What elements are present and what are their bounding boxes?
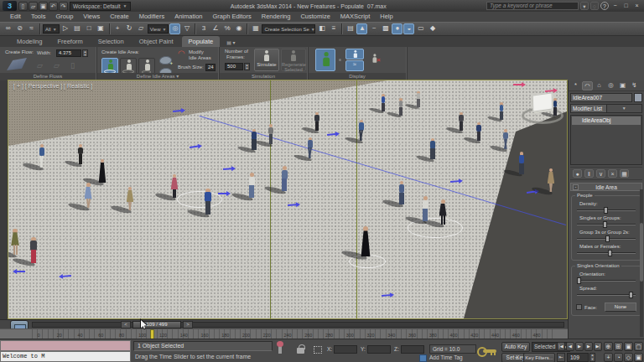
object-color-swatch[interactable]	[634, 93, 642, 102]
add-idle-region-icon[interactable]: +	[159, 56, 172, 65]
fov-icon[interactable]: ◇	[624, 353, 633, 362]
help-icon[interactable]: ?	[600, 2, 609, 10]
auto-key-button[interactable]: Auto Key	[501, 342, 530, 352]
menu-item-graph-editors[interactable]: Graph Editors	[208, 12, 257, 22]
ramp-flow-icon[interactable]: ▯	[70, 61, 75, 70]
time-slider-prev-button[interactable]: <	[121, 321, 131, 328]
viewport[interactable]: [ + ] [ Perspective ] [ Realistic ]	[8, 80, 568, 319]
tab-selection[interactable]: Selection	[91, 36, 131, 47]
window-crossing-icon[interactable]: ▣	[96, 23, 106, 34]
frames-spinner[interactable]: ▲▼	[244, 63, 250, 70]
slider-malesorfemales[interactable]	[576, 250, 636, 256]
rendered-frame-icon[interactable]: ▭	[415, 23, 426, 34]
key-filters-button[interactable]: Key Filters...	[523, 353, 555, 362]
scrollbar-thumb[interactable]	[640, 223, 643, 282]
menu-item-edit[interactable]: Edit	[5, 12, 26, 22]
go-to-end-button[interactable]: ▶|	[594, 342, 602, 351]
ribbon-toggle-icon[interactable]: ▲	[356, 23, 367, 34]
communication-center-icon[interactable]: ◌	[590, 2, 599, 10]
menu-item-maxscript[interactable]: MAXScript	[335, 12, 375, 22]
macro-recorder-field[interactable]	[0, 340, 131, 351]
slider-density[interactable]	[576, 207, 636, 214]
redo-icon[interactable]: ↷	[59, 2, 68, 11]
viewport-label[interactable]: [ + ] [ Perspective ] [ Realistic ]	[13, 83, 92, 89]
delete-people-button[interactable]: ×	[371, 52, 378, 67]
slider-thumb[interactable]	[629, 292, 633, 298]
next-frame-button[interactable]: ▶	[584, 342, 593, 351]
menu-item-customize[interactable]: Customize	[295, 12, 335, 22]
spinner-snap-icon[interactable]: ◉	[233, 23, 244, 34]
material-editor-icon[interactable]: ●	[392, 23, 402, 34]
slider-thumb[interactable]	[608, 250, 612, 256]
undo-icon[interactable]: ↶	[49, 2, 58, 11]
viewcube-cube[interactable]	[532, 92, 553, 111]
current-frame-field[interactable]: 109	[567, 353, 589, 362]
maxscript-mini-listener[interactable]: Welcome to M	[0, 351, 131, 362]
y-coordinate-field[interactable]	[367, 345, 391, 354]
schematic-view-icon[interactable]: ▩	[380, 23, 391, 34]
edit-flow-icon[interactable]: ▱	[37, 61, 43, 70]
zoom-icon[interactable]: ⊕	[604, 342, 613, 351]
slider-orientation[interactable]	[576, 277, 636, 284]
minimize-button[interactable]: −	[610, 2, 620, 10]
z-coordinate-field[interactable]	[401, 345, 424, 354]
maximize-viewport-icon[interactable]: ▣	[634, 353, 643, 362]
slider-track[interactable]	[577, 252, 636, 254]
show-idle-areas-button[interactable]	[345, 49, 364, 59]
slider-thumb[interactable]	[604, 207, 608, 214]
bind-to-space-warp-icon[interactable]: ≈	[26, 23, 37, 34]
application-menu-button[interactable]: 3	[3, 1, 17, 11]
hierarchy-tab[interactable]: ⌂	[594, 81, 605, 90]
mirror-icon[interactable]: ◧	[316, 23, 327, 34]
time-slider-next-button[interactable]: >	[183, 321, 193, 328]
create-tab[interactable]: *	[570, 81, 581, 90]
angle-snap-icon[interactable]: ∠	[210, 23, 221, 34]
display-tab[interactable]: ▣	[617, 81, 628, 90]
new-scene-icon[interactable]: ▯	[18, 2, 28, 11]
modify-tab[interactable]: ◠	[582, 81, 593, 90]
pan-view-icon[interactable]: +	[604, 353, 613, 362]
frames-field[interactable]: 500	[225, 63, 243, 70]
tab-freeform[interactable]: Freeform	[50, 36, 89, 47]
viewport-scene[interactable]: [ + ] [ Perspective ] [ Realistic ]	[8, 80, 567, 318]
close-button[interactable]: ×	[632, 2, 641, 10]
zoom-extents-icon[interactable]: ▣	[624, 342, 633, 351]
orbit-icon[interactable]: ◔	[614, 353, 623, 362]
isolate-selection-icon[interactable]	[278, 345, 282, 354]
width-field[interactable]: 4.375	[56, 49, 81, 57]
menu-item-help[interactable]: Help	[375, 12, 397, 22]
width-spinner[interactable]: ▲▼	[82, 49, 88, 57]
selection-lock-icon[interactable]	[297, 348, 304, 354]
zoom-region-icon[interactable]: ▢	[634, 342, 643, 351]
collapse-icon[interactable]: -	[573, 184, 579, 190]
select-by-name-icon[interactable]: ▤	[72, 23, 83, 34]
add-time-tag[interactable]: Add Time Tag	[429, 354, 463, 360]
modifier-stack[interactable]: IdleAreaObj	[570, 115, 642, 165]
show-flows-button[interactable]: ≈	[345, 60, 364, 71]
time-slider-track[interactable]	[32, 322, 564, 328]
ribbon-options-icon[interactable]: ▤ ▾	[221, 38, 240, 47]
face-checkbox[interactable]	[576, 304, 582, 310]
slider-spread[interactable]	[576, 292, 636, 298]
slider-group3sorgroup2s[interactable]	[576, 235, 636, 242]
menu-item-rendering[interactable]: Rendering	[257, 12, 296, 22]
modify-idle-brush-icon[interactable]: ◠	[178, 50, 185, 57]
menu-item-create[interactable]: Create	[105, 12, 134, 22]
use-pivot-center-icon[interactable]: ◎	[169, 23, 180, 34]
modifier-list-dropdown[interactable]: Modifier List ▼	[570, 104, 642, 113]
key-mode-toggle[interactable]: ⇤	[557, 353, 565, 362]
infocenter-star-icon[interactable]: ▾	[580, 2, 589, 10]
frame-spinner[interactable]: ▲▼	[589, 353, 595, 362]
object-name-field[interactable]: IdleArea007	[570, 93, 632, 102]
motion-tab[interactable]: ◎	[605, 81, 616, 90]
brush-size-field[interactable]: 24	[205, 64, 216, 71]
layer-manager-icon[interactable]: ▤	[345, 23, 356, 34]
remove-modifier-icon[interactable]: ×	[608, 169, 617, 178]
select-and-manipulate-icon[interactable]: ▽	[181, 23, 192, 34]
select-and-scale-icon[interactable]: ▱	[136, 23, 147, 34]
tab-populate[interactable]: Populate	[182, 36, 221, 47]
slider-thumb[interactable]	[603, 221, 607, 228]
go-to-start-button[interactable]: |◀	[557, 342, 565, 351]
play-button[interactable]: ▶	[575, 342, 584, 351]
create-flow-icon[interactable]	[7, 58, 27, 70]
